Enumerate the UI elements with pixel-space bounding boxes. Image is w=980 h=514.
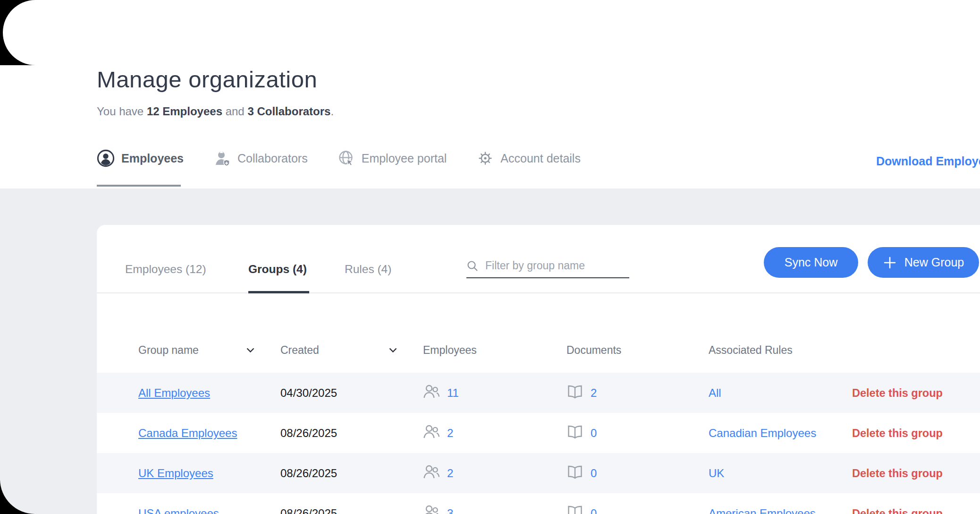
column-label: Documents: [566, 344, 621, 357]
group-filter: [466, 259, 629, 278]
column-label: Associated Rules: [709, 344, 793, 357]
plus-icon: [883, 256, 897, 270]
filter-by-group-name-input[interactable]: [484, 259, 629, 273]
open-book-icon: [566, 424, 583, 442]
groups-table: All Employees 04/30/2025 11 2 All Delete…: [97, 373, 980, 514]
tab-label: Account details: [500, 152, 581, 165]
gear-icon: [477, 150, 494, 167]
document-count[interactable]: 2: [591, 386, 597, 400]
created-date: 04/30/2025: [280, 386, 423, 400]
open-book-icon: [566, 505, 583, 514]
employees-cell: 3: [423, 505, 566, 514]
search-icon: [466, 260, 479, 272]
associated-rule-link[interactable]: All: [709, 386, 721, 399]
associated-rule-link[interactable]: UK: [709, 467, 724, 480]
panel-tab-employees[interactable]: Employees (12): [125, 263, 206, 276]
button-label: New Group: [904, 256, 964, 269]
active-tab-underline: [97, 185, 181, 187]
document-count[interactable]: 0: [591, 427, 597, 440]
employees-cell: 2: [423, 424, 566, 442]
table-row: USA employees 08/26/2025 3 0 American Em…: [97, 493, 980, 514]
employee-count[interactable]: 2: [447, 427, 453, 440]
panel-tab-rules[interactable]: Rules (4): [345, 263, 391, 276]
column-header-employees: Employees: [423, 344, 566, 357]
subtitle-collaborator-count: 3 Collaborators: [247, 105, 330, 118]
delete-group-button[interactable]: Delete this group: [852, 387, 943, 399]
subtitle-text: You have: [97, 105, 147, 118]
tab-label: Employee portal: [362, 152, 447, 165]
group-name-link[interactable]: All Employees: [138, 386, 210, 399]
group-name-link[interactable]: Canada Employees: [138, 427, 237, 439]
people-icon: [423, 505, 440, 514]
employees-cell: 2: [423, 464, 566, 482]
column-label: Created: [280, 344, 319, 357]
subtitle-text: .: [330, 105, 334, 118]
chevron-down-icon: [246, 348, 254, 353]
button-label: Sync Now: [785, 256, 838, 269]
new-group-button[interactable]: New Group: [868, 247, 979, 278]
column-label: Employees: [423, 344, 477, 357]
people-icon: [423, 464, 440, 482]
delete-group-button[interactable]: Delete this group: [852, 427, 943, 439]
subtitle-text: and: [222, 105, 247, 118]
column-header-associated-rules: Associated Rules: [709, 344, 852, 357]
tab-employee-portal[interactable]: Employee portal: [338, 150, 447, 167]
person-circle-icon: [97, 149, 115, 167]
page-subtitle: You have 12 Employees and 3 Collaborator…: [97, 105, 334, 118]
documents-cell: 0: [566, 424, 709, 442]
open-book-icon: [566, 384, 583, 402]
tab-account-details[interactable]: Account details: [477, 150, 581, 167]
created-date: 08/26/2025: [280, 467, 423, 480]
chevron-down-icon: [389, 348, 397, 353]
sync-now-button[interactable]: Sync Now: [764, 247, 858, 278]
created-date: 08/26/2025: [280, 427, 423, 440]
employee-count[interactable]: 2: [447, 467, 453, 480]
table-header-row: Group name Created Employees Documents A…: [97, 293, 980, 373]
table-row: All Employees 04/30/2025 11 2 All Delete…: [97, 373, 980, 413]
panel-tab-groups[interactable]: Groups (4): [248, 263, 307, 276]
tab-collaborators[interactable]: Collaborators: [214, 150, 308, 167]
group-name-link[interactable]: USA employees: [138, 507, 219, 514]
collaborator-shield-icon: [214, 150, 231, 167]
documents-cell: 0: [566, 464, 709, 482]
open-book-icon: [566, 464, 583, 482]
panel-active-tab-underline: [248, 291, 309, 293]
document-count[interactable]: 0: [591, 467, 597, 480]
associated-rule-link[interactable]: American Employees: [709, 507, 816, 514]
employee-count[interactable]: 3: [447, 507, 453, 514]
globe-cursor-icon: [338, 150, 355, 167]
column-header-created[interactable]: Created: [280, 344, 423, 357]
column-header-group-name[interactable]: Group name: [138, 344, 280, 357]
top-bar: [85, 0, 980, 65]
page-title: Manage organization: [97, 66, 317, 93]
employees-cell: 11: [423, 384, 566, 402]
delete-group-button[interactable]: Delete this group: [852, 507, 943, 514]
tab-employees[interactable]: Employees: [97, 149, 184, 167]
org-nav-tabs: Employees Collaborators Employee portal …: [97, 149, 581, 167]
created-date: 08/26/2025: [280, 507, 423, 514]
employee-count[interactable]: 11: [447, 386, 459, 400]
groups-panel: Employees (12) Groups (4) Rules (4) Sync…: [97, 225, 980, 514]
people-icon: [423, 424, 440, 442]
documents-cell: 2: [566, 384, 709, 402]
document-count[interactable]: 0: [591, 507, 597, 514]
tab-label: Collaborators: [237, 152, 308, 165]
subtitle-employee-count: 12 Employees: [147, 105, 222, 118]
column-header-documents: Documents: [566, 344, 709, 357]
download-employee-link[interactable]: Download Employee: [876, 154, 980, 168]
delete-group-button[interactable]: Delete this group: [852, 467, 943, 480]
table-row: UK Employees 08/26/2025 2 0 UK Delete th…: [97, 453, 980, 493]
app-screen: Manage organization You have 12 Employee…: [0, 0, 980, 514]
top-bar-rounded-corner: [3, 0, 201, 65]
column-label: Group name: [138, 344, 199, 357]
tab-label: Employees: [121, 152, 184, 165]
table-row: Canada Employees 08/26/2025 2 0 Canadian…: [97, 413, 980, 453]
people-icon: [423, 384, 440, 402]
group-name-link[interactable]: UK Employees: [138, 467, 213, 480]
associated-rule-link[interactable]: Canadian Employees: [709, 427, 816, 439]
documents-cell: 0: [566, 505, 709, 514]
panel-tab-bar: Employees (12) Groups (4) Rules (4) Sync…: [97, 225, 980, 293]
